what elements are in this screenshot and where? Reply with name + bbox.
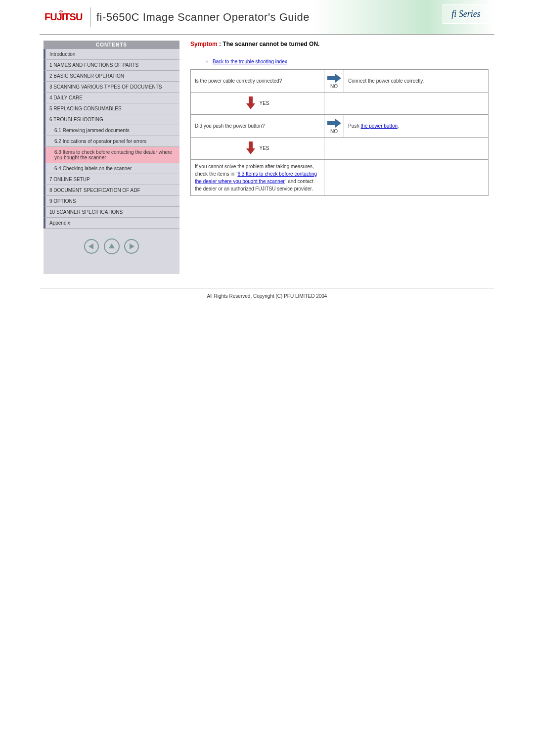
- main-content: Symptom : The scanner cannot be turned O…: [179, 41, 494, 274]
- header: FUJITSU∞ fi-5650C Image Scanner Operator…: [40, 0, 494, 35]
- nav-prev-button[interactable]: [84, 239, 99, 254]
- back-link-row: ⁘ Back to the trouble shooting index: [190, 58, 489, 64]
- arrow-up-icon: [109, 243, 115, 248]
- flow-q2: Did you push the power button?: [191, 115, 324, 138]
- back-arrow-icon: ⁘: [205, 59, 209, 64]
- flow-empty2: [324, 138, 489, 160]
- flow-a1: Connect the power cable correctly.: [344, 70, 489, 93]
- flow-yes2-label: YES: [259, 145, 269, 151]
- toc-items-check-dealer[interactable]: 6.3 Items to check before contacting the…: [44, 147, 179, 163]
- toc-removing-jammed[interactable]: 6.1 Removing jammed documents: [44, 125, 179, 136]
- flow-no1-cell: NO: [324, 70, 344, 93]
- toc-online-setup[interactable]: 7 ONLINE SETUP: [44, 174, 179, 185]
- arrow-left-icon: [89, 243, 93, 249]
- arrow-right-icon: [130, 243, 134, 249]
- toc-daily-care[interactable]: 4 DAILY CARE: [44, 93, 179, 103]
- back-to-index-link[interactable]: Back to the trouble shooting index: [213, 59, 287, 64]
- toc-options[interactable]: 9 OPTIONS: [44, 196, 179, 207]
- arrow-down-icon: [245, 95, 256, 110]
- nav-up-button[interactable]: [104, 238, 120, 254]
- arrow-down-icon: [245, 141, 256, 155]
- flow-no2-cell: NO: [324, 115, 344, 138]
- nav-next-button[interactable]: [124, 239, 139, 254]
- toc-scanner-specs[interactable]: 10 SCANNER SPECIFICATIONS: [44, 207, 179, 218]
- arrow-right-icon: [326, 118, 342, 129]
- flow-a2: Push the power button.: [344, 115, 489, 138]
- symptom-text: : The scanner cannot be turned ON.: [218, 41, 320, 47]
- symptom-heading: Symptom : The scanner cannot be turned O…: [190, 41, 489, 47]
- nav-buttons: [44, 229, 179, 274]
- toc-names-functions[interactable]: 1 NAMES AND FUNCTIONS OF PARTS: [44, 60, 179, 71]
- flow-yes2-cell: YES: [191, 138, 324, 160]
- flow-final: If you cannot solve the problem after ta…: [191, 160, 324, 196]
- fi-series-logo: fi Series: [443, 4, 490, 24]
- sidebar: CONTENTS Introduction 1 NAMES AND FUNCTI…: [44, 41, 179, 274]
- toc-introduction[interactable]: Introduction: [44, 49, 179, 60]
- flow-no1-label: NO: [324, 84, 344, 89]
- flow-empty3: [324, 160, 489, 196]
- svg-marker-1: [246, 96, 255, 109]
- symptom-label: Symptom: [190, 41, 218, 47]
- fujitsu-logo: FUJITSU∞: [40, 11, 84, 23]
- svg-marker-3: [246, 142, 255, 154]
- svg-marker-0: [327, 74, 341, 83]
- flow-q1: Is the power cable correctly connected?: [191, 70, 324, 93]
- flow-a2-pre: Push: [348, 123, 361, 129]
- flow-empty1: [324, 93, 489, 115]
- toc-basic-operation[interactable]: 2 BASIC SCANNER OPERATION: [44, 71, 179, 82]
- flow-a2-post: .: [398, 123, 399, 129]
- flow-yes1-cell: YES: [191, 93, 324, 115]
- toc-replacing-consumables[interactable]: 5 REPLACING CONSUMABLES: [44, 103, 179, 114]
- svg-marker-2: [327, 119, 341, 128]
- arrow-right-icon: [326, 73, 342, 84]
- divider: [90, 7, 90, 27]
- troubleshoot-flow-table: Is the power cable correctly connected? …: [190, 69, 489, 196]
- flow-yes1-label: YES: [259, 100, 269, 106]
- toc-doc-spec-adf[interactable]: 8 DOCUMENT SPECIFICATION OF ADF: [44, 185, 179, 196]
- page-title: fi-5650C Image Scanner Operator's Guide: [96, 11, 310, 24]
- toc-panel-errors[interactable]: 6.2 Indications of operator panel for er…: [44, 136, 179, 147]
- toc-troubleshooting[interactable]: 6 TROUBLESHOOTING: [44, 114, 179, 125]
- flow-no2-label: NO: [324, 129, 344, 134]
- contents-header: CONTENTS: [44, 41, 179, 49]
- toc-checking-labels[interactable]: 6.4 Checking labels on the scanner: [44, 163, 179, 174]
- toc-scanning-types[interactable]: 3 SCANNING VARIOUS TYPES OF DOCUMENTS: [44, 82, 179, 93]
- toc-appendix[interactable]: Appendix: [44, 218, 179, 229]
- power-button-link[interactable]: the power button: [361, 123, 398, 129]
- footer: All Rights Reserved, Copyright (C) PFU L…: [40, 288, 494, 299]
